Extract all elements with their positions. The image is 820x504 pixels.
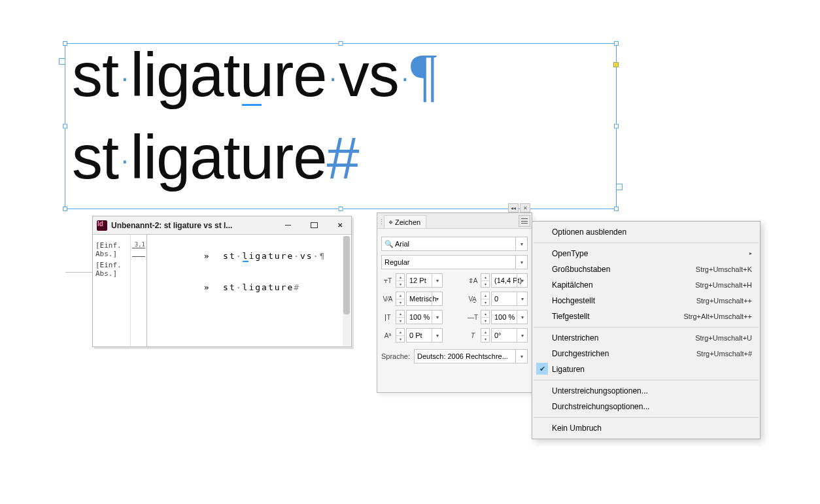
vertical-scale-icon: ǀT xyxy=(381,311,394,324)
horizontal-scale-field[interactable]: 100 % ▾ xyxy=(491,310,528,324)
menu-shortcut: Strg+Umschalt+# xyxy=(696,348,752,359)
menu-shortcut: Strg+Umschalt++ xyxy=(696,295,752,306)
pilcrow-icon: ¶ xyxy=(320,251,326,261)
horizontal-scale-icon: —T xyxy=(466,311,479,324)
menu-smallcaps[interactable]: Kapitälchen Strg+Umschalt+H xyxy=(532,277,760,293)
menu-superscript[interactable]: Hochgestellt Strg+Umschalt++ xyxy=(532,293,760,309)
vertical-scale-spinner[interactable]: ▴▾ xyxy=(396,310,405,324)
kerning-spinner[interactable]: ▴▾ xyxy=(396,292,405,306)
selection-handle-tr[interactable] xyxy=(614,41,619,46)
dropdown-caret-icon[interactable]: ▾ xyxy=(517,274,527,287)
kerning-field[interactable]: Metrisch ▾ xyxy=(406,292,443,306)
text-frame-in-port[interactable] xyxy=(59,58,65,65)
menu-underline-options[interactable]: Unterstreichungsoptionen... xyxy=(532,383,760,399)
skew-field[interactable]: 0° ▾ xyxy=(491,328,528,343)
dropdown-caret-icon[interactable]: ▾ xyxy=(515,350,527,363)
selection-handle-br[interactable] xyxy=(614,207,619,211)
window-minimize-button[interactable] xyxy=(277,216,299,234)
dropdown-caret-icon[interactable]: ▾ xyxy=(515,237,527,250)
font-size-spinner[interactable]: ▴▾ xyxy=(396,273,405,288)
tracking-spinner[interactable]: ▴▾ xyxy=(481,292,490,306)
panel-grip-icon[interactable]: ⋮ xyxy=(379,215,384,228)
panel-collapse-button[interactable]: ◂◂ xyxy=(508,203,519,212)
language-combo[interactable]: Deutsch: 2006 Rechtschre... ▾ xyxy=(414,349,528,363)
frame-live-corner-icon[interactable] xyxy=(613,62,619,67)
menu-uppercase[interactable]: Großbuchstaben Strg+Umschalt+K xyxy=(532,261,760,277)
kerning-icon: V⁄A xyxy=(381,292,394,305)
leading-icon: ⇕A xyxy=(466,274,479,287)
story-editor-scrollbar[interactable] xyxy=(343,236,350,346)
window-close-button[interactable] xyxy=(329,216,351,234)
story-editor-titlebar[interactable]: Unbenannt-2: st ligature vs st l... xyxy=(93,216,351,235)
canvas-word-st-ligature: st xyxy=(72,123,118,192)
text-frame[interactable]: st·ligature·vs·¶ st·ligature# xyxy=(65,43,617,209)
font-family-combo[interactable]: 🔍 Arial ▾ xyxy=(381,237,528,251)
tab-expand-icon: ❖ xyxy=(388,220,393,226)
character-panel-flyout-menu[interactable]: Optionen ausblenden OpenType ▸ Großbuchs… xyxy=(532,221,760,439)
hidden-space-dot-icon: · xyxy=(118,63,130,92)
canvas-text-line-1[interactable]: st·ligature·vs·¶ xyxy=(72,40,437,110)
menu-strikethrough[interactable]: Durchgestrichen Strg+Umschalt+# xyxy=(532,346,760,361)
baseline-shift-value: 0 Pt xyxy=(409,331,422,339)
baseline-shift-icon: Aª xyxy=(381,329,394,342)
selection-handle-bl[interactable] xyxy=(63,207,67,211)
submenu-arrow-icon: ▸ xyxy=(749,248,752,259)
menu-opentype[interactable]: OpenType ▸ xyxy=(532,246,760,261)
vertical-scale-value: 100 % xyxy=(409,313,430,321)
dropdown-caret-icon[interactable]: ▾ xyxy=(432,311,442,324)
selection-handle-ml[interactable] xyxy=(63,124,67,129)
font-size-field[interactable]: 12 Pt ▾ xyxy=(406,273,443,288)
window-maximize-button[interactable] xyxy=(303,216,325,234)
canvas-word-vs: vs xyxy=(339,41,399,109)
horizontal-scale-spinner[interactable]: ▴▾ xyxy=(481,310,490,324)
panel-close-button[interactable]: ✕ xyxy=(520,203,530,212)
dropdown-caret-icon[interactable]: ▾ xyxy=(517,292,527,305)
character-panel-tab[interactable]: ❖ Zeichen xyxy=(384,215,426,228)
menu-strikethrough-options[interactable]: Durchstreichungsoptionen... xyxy=(532,399,760,414)
menu-separator xyxy=(534,243,759,243)
story-editor-style-column: [Einf. Abs.] [Einf. Abs.] xyxy=(93,235,131,346)
dropdown-caret-icon[interactable]: ▾ xyxy=(517,329,527,342)
dropdown-caret-icon[interactable]: ▾ xyxy=(432,292,442,305)
text-frame-out-port[interactable] xyxy=(616,184,623,190)
end-of-story-icon: # xyxy=(294,282,300,292)
panel-menu-button[interactable] xyxy=(519,215,530,227)
baseline-shift-spinner[interactable]: ▴▾ xyxy=(396,328,405,343)
dropdown-caret-icon[interactable]: ▾ xyxy=(432,329,442,342)
menu-ligatures[interactable]: ✔ Ligaturen xyxy=(532,361,760,377)
vertical-scale-field[interactable]: 100 % ▾ xyxy=(406,310,443,324)
leading-spinner[interactable]: ▴▾ xyxy=(481,273,490,288)
hidden-space-dot-icon: · xyxy=(399,63,411,92)
selection-handle-bm[interactable] xyxy=(339,207,343,211)
font-style-combo[interactable]: Regular ▾ xyxy=(381,255,528,269)
menu-shortcut: Strg+Alt+Umschalt++ xyxy=(683,311,752,322)
ruler-tick: 3,1 xyxy=(132,241,145,248)
leading-field[interactable]: (14,4 Pt) ▾ xyxy=(491,273,528,288)
search-icon: 🔍 xyxy=(384,240,394,248)
dropdown-caret-icon[interactable]: ▾ xyxy=(515,256,527,269)
character-panel-tabbar: ⋮ ❖ Zeichen xyxy=(377,213,532,229)
menu-underline[interactable]: Unterstrichen Strg+Umschalt+U xyxy=(532,330,760,346)
story-editor-depth-ruler: 3,1 xyxy=(131,235,147,346)
character-tab-label: Zeichen xyxy=(395,218,420,226)
dropdown-caret-icon[interactable]: ▾ xyxy=(517,311,527,324)
selection-handle-mr[interactable] xyxy=(614,124,619,129)
menu-no-break[interactable]: Kein Umbruch xyxy=(532,420,760,436)
character-panel[interactable]: ◂◂ ✕ ⋮ ❖ Zeichen 🔍 Arial ▾ Regular ▾ xyxy=(377,212,532,393)
skew-spinner[interactable]: ▴▾ xyxy=(481,328,490,343)
baseline-shift-field[interactable]: 0 Pt ▾ xyxy=(406,328,443,343)
selection-handle-tl[interactable] xyxy=(63,41,67,46)
story-editor-title: Unbenannt-2: st ligature vs st l... xyxy=(111,221,273,230)
dropdown-caret-icon[interactable]: ▾ xyxy=(432,274,442,287)
canvas-text-line-2[interactable]: st·ligature# xyxy=(72,122,359,193)
scrollbar-thumb[interactable] xyxy=(343,236,350,314)
story-editor-window[interactable]: Unbenannt-2: st ligature vs st l... [Ein… xyxy=(92,216,352,347)
menu-hide-options[interactable]: Optionen ausblenden xyxy=(532,224,760,240)
story-editor-text[interactable]: » st·ligature·vs·¶ » st·ligature# xyxy=(147,235,351,346)
menu-separator xyxy=(534,380,759,380)
paragraph-style-label: [Einf. Abs.] xyxy=(95,261,128,278)
menu-separator xyxy=(534,327,759,328)
menu-subscript[interactable]: Tiefgestellt Strg+Alt+Umschalt++ xyxy=(532,309,760,324)
menu-shortcut: Strg+Umschalt+H xyxy=(695,280,752,290)
tracking-field[interactable]: 0 ▾ xyxy=(491,292,528,306)
